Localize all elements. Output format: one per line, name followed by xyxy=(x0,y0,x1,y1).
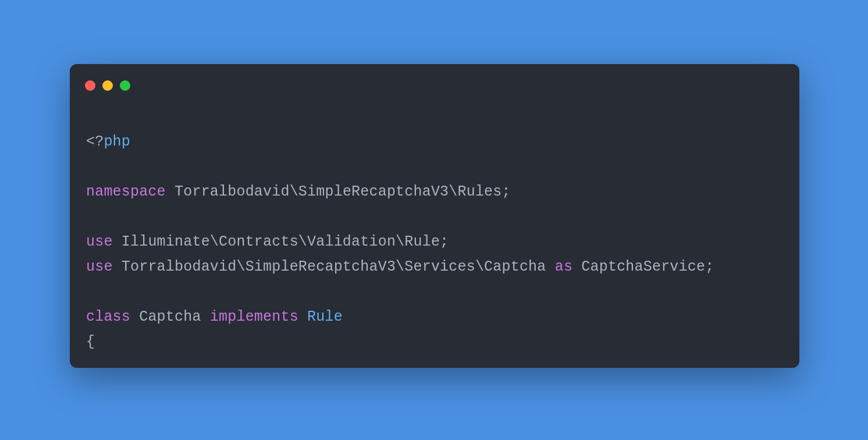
php-keyword: php xyxy=(104,133,130,150)
use-keyword: use xyxy=(86,233,113,250)
namespace-keyword: namespace xyxy=(86,183,166,200)
close-icon[interactable] xyxy=(85,80,95,91)
use-path: Illuminate\Contracts\Validation\Rule xyxy=(122,233,440,250)
space xyxy=(113,233,122,250)
window-traffic-lights xyxy=(85,80,130,91)
code-content: <?php namespace Torralbodavid\SimpleReca… xyxy=(86,129,783,354)
space xyxy=(201,308,210,325)
space xyxy=(546,258,555,275)
use-alias: CaptchaService xyxy=(581,258,705,275)
space xyxy=(572,258,581,275)
implements-keyword: implements xyxy=(210,308,298,325)
use-path: Torralbodavid\SimpleRecaptchaV3\Services… xyxy=(122,258,546,275)
class-keyword: class xyxy=(86,308,130,325)
semicolon: ; xyxy=(502,183,511,200)
php-open-tag: <? xyxy=(86,133,104,150)
minimize-icon[interactable] xyxy=(102,80,113,91)
interface-type: Rule xyxy=(307,308,343,325)
code-window: <?php namespace Torralbodavid\SimpleReca… xyxy=(70,64,799,368)
namespace-value: Torralbodavid\SimpleRecaptchaV3\Rules xyxy=(175,183,502,200)
open-brace: { xyxy=(86,333,95,350)
semicolon: ; xyxy=(705,258,714,275)
use-keyword: use xyxy=(86,258,113,275)
semicolon: ; xyxy=(440,233,449,250)
maximize-icon[interactable] xyxy=(120,80,130,91)
space xyxy=(298,308,307,325)
space xyxy=(166,183,175,200)
space xyxy=(113,258,122,275)
space xyxy=(130,308,139,325)
as-keyword: as xyxy=(555,258,572,275)
class-name: Captcha xyxy=(139,308,201,325)
